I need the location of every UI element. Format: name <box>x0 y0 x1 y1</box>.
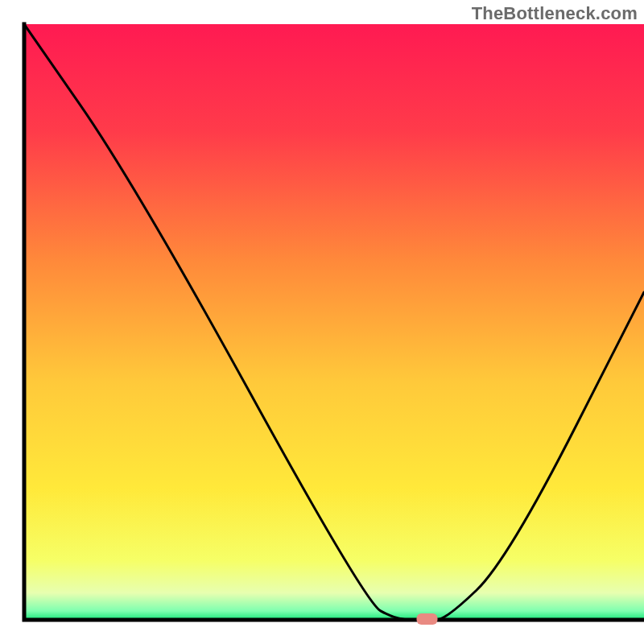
bottleneck-chart <box>0 0 644 644</box>
watermark-text: TheBottleneck.com <box>472 3 638 24</box>
chart-stage: TheBottleneck.com <box>0 0 644 644</box>
optimum-marker <box>417 613 438 625</box>
gradient-background <box>24 24 644 620</box>
